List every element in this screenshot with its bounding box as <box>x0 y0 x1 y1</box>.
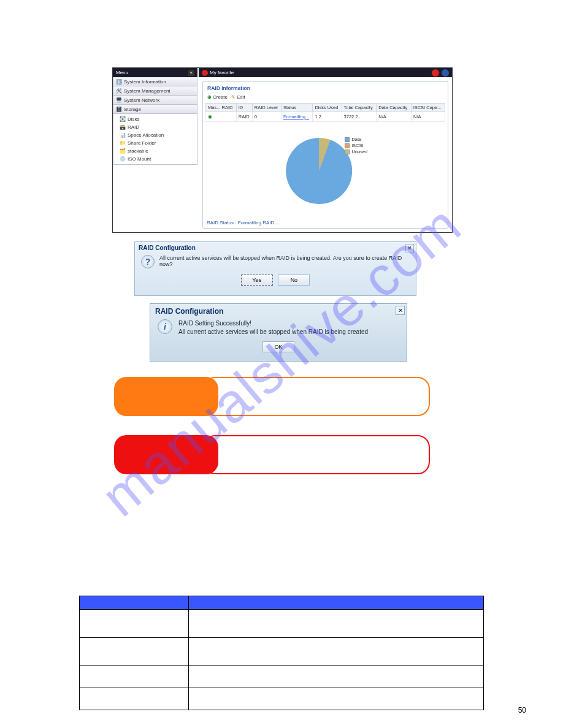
cell-id: RAID <box>236 112 252 122</box>
favorite-header: My favorite <box>199 68 452 77</box>
accordion-label: System Management <box>124 88 170 94</box>
storage-icon: 🗄️ <box>116 106 122 112</box>
table-row <box>80 610 484 638</box>
content-area: My favorite RAID Information ⊕Create ✎Ed… <box>199 68 452 232</box>
dialog-message: All current active services will be stop… <box>159 255 410 267</box>
tree-label: Share Folder <box>128 140 156 146</box>
col-total[interactable]: Total Capacity <box>342 104 377 112</box>
raid-status-text: RAID Status : Formatting RAID ... <box>207 220 280 226</box>
raid-success-dialog: RAID Configuration ✕ i RAID Setting Succ… <box>150 303 407 362</box>
close-button[interactable]: ✕ <box>396 306 405 315</box>
legend-label: Data <box>351 137 361 142</box>
tree-item-space[interactable]: 📊Space Allocation <box>120 131 194 139</box>
accordion: ℹ️System Information 🛠️System Management… <box>113 77 197 165</box>
raid-info-panel: RAID Information ⊕Create ✎Edit Mas... RA… <box>202 81 448 229</box>
col-data[interactable]: Data Capacity <box>377 104 412 112</box>
tree-item-share[interactable]: 📁Share Folder <box>120 139 194 147</box>
warning-label-box <box>114 435 218 474</box>
tree-item-raid[interactable]: 🗃️RAID <box>120 123 194 131</box>
dialog-title: RAID Configuration <box>135 242 416 255</box>
table-row[interactable]: ◉ RAID 0 Formatting... 1,2 3722.2... N/A… <box>206 112 445 122</box>
cell-master: ◉ <box>206 112 237 122</box>
menu-sidebar: Menu « ℹ️System Information 🛠️System Man… <box>113 68 197 232</box>
page-number: 50 <box>518 706 526 715</box>
pencil-icon: ✎ <box>231 94 236 100</box>
tree-item-disks[interactable]: 💽Disks <box>120 115 194 123</box>
raid-table: Mas... RAID ID RAID Level Status Disks U… <box>205 103 445 122</box>
legend-swatch-data <box>345 137 350 142</box>
header-button-2[interactable] <box>442 69 449 77</box>
create-button[interactable]: ⊕Create <box>207 94 228 100</box>
col-id[interactable]: ID <box>236 104 252 112</box>
note-callout <box>114 377 430 416</box>
stack-icon: 🗂️ <box>120 148 126 154</box>
tree-label: Space Allocation <box>128 132 164 138</box>
folder-icon: 📁 <box>120 140 126 146</box>
warning-callout <box>114 435 430 474</box>
tree-label: RAID <box>128 124 139 130</box>
raid-level-table <box>79 596 484 710</box>
col-master[interactable]: Mas... RAID <box>206 104 237 112</box>
space-icon: 📊 <box>120 132 126 138</box>
favorite-icon <box>202 70 208 76</box>
app-window: Menu « ℹ️System Information 🛠️System Man… <box>112 67 453 233</box>
note-body-box <box>203 377 430 416</box>
sysmgmt-icon: 🛠️ <box>116 88 122 94</box>
tree-item-iso[interactable]: 💿ISO Mount <box>120 155 194 163</box>
table-row <box>80 688 484 710</box>
raid-confirm-dialog: RAID Configuration ✕ ? All current activ… <box>134 241 416 296</box>
close-button[interactable]: ✕ <box>405 244 414 252</box>
create-label: Create <box>213 94 228 100</box>
sysnet-icon: 🖥️ <box>116 97 122 103</box>
col-level[interactable]: RAID Level <box>252 104 281 112</box>
col-iscsi[interactable]: iSCSI Capa... <box>411 104 445 112</box>
ok-button[interactable]: OK <box>262 341 294 352</box>
accordion-label: System Network <box>124 97 159 103</box>
dialog-line2: All current active services will be stop… <box>178 328 368 336</box>
accordion-label: System Information <box>124 79 166 85</box>
col-status[interactable]: Status <box>281 104 312 112</box>
menu-header: Menu « <box>113 68 197 77</box>
accordion-item-storage[interactable]: 🗄️Storage <box>113 105 197 114</box>
panel-title: RAID Information <box>205 84 445 93</box>
accordion-label: Storage <box>124 107 141 112</box>
table-row <box>80 638 484 666</box>
legend-label: Unused <box>351 149 367 154</box>
info-icon: i <box>158 319 172 334</box>
yes-button[interactable]: Yes <box>241 275 273 286</box>
radio-icon[interactable]: ◉ <box>208 114 212 119</box>
table-header-col1 <box>80 596 189 610</box>
dialog-title: RAID Configuration <box>150 304 407 319</box>
table-header-col2 <box>188 596 483 610</box>
no-button[interactable]: No <box>278 275 310 286</box>
edit-button[interactable]: ✎Edit <box>231 94 245 100</box>
accordion-item-sysmgmt[interactable]: 🛠️System Management <box>113 86 197 96</box>
table-row <box>80 666 484 688</box>
cell-disks: 1,2 <box>313 112 342 122</box>
cell-status[interactable]: Formatting... <box>281 112 312 122</box>
tree-item-stackable[interactable]: 🗂️stackable <box>120 147 194 155</box>
question-icon: ? <box>141 255 155 268</box>
dialog-line1: RAID Setting Successfully! <box>178 319 368 328</box>
menu-collapse-button[interactable]: « <box>188 70 194 76</box>
warning-body-box <box>203 435 430 474</box>
chart-legend: Data iSCSI Unused <box>345 137 367 155</box>
cell-iscsi: N/A <box>411 112 445 122</box>
note-label-box <box>114 377 218 416</box>
legend-label: iSCSI <box>351 143 363 148</box>
header-button-1[interactable] <box>432 69 439 77</box>
tree-label: ISO Mount <box>128 156 151 162</box>
raid-icon: 🗃️ <box>120 124 126 131</box>
sysinfo-icon: ℹ️ <box>116 78 122 85</box>
disk-icon: 💽 <box>120 116 126 123</box>
legend-swatch-unused <box>345 150 350 154</box>
iso-icon: 💿 <box>120 156 126 162</box>
accordion-item-sysnet[interactable]: 🖥️System Network <box>113 96 197 105</box>
pie-chart <box>286 138 352 204</box>
favorite-title: My favorite <box>210 70 234 75</box>
accordion-item-sysinfo[interactable]: ℹ️System Information <box>113 77 197 86</box>
cell-data: N/A <box>377 112 412 122</box>
tree-label: Disks <box>128 116 140 122</box>
col-disks[interactable]: Disks Used <box>313 104 342 112</box>
plus-icon: ⊕ <box>207 94 212 100</box>
